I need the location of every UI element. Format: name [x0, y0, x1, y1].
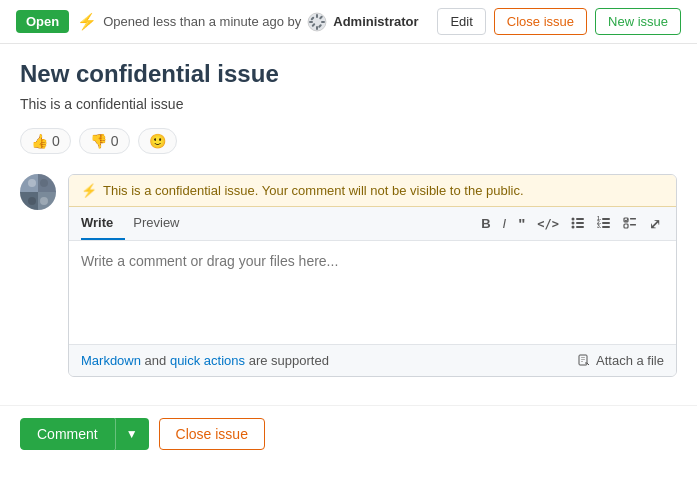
svg-rect-2: [316, 26, 318, 30]
ordered-list-icon[interactable]: 1. 2. 3.: [594, 213, 614, 234]
thumbs-down-count: 0: [111, 133, 119, 149]
italic-icon[interactable]: I: [500, 214, 510, 233]
svg-rect-32: [630, 224, 636, 226]
svg-rect-36: [581, 361, 583, 362]
comment-button[interactable]: Comment: [20, 418, 115, 450]
action-bar: Comment ▼ Close issue: [0, 405, 697, 462]
header-bar: Open ⚡ Opened less than a minute ago by: [0, 0, 697, 44]
user-avatar: [20, 174, 56, 210]
comment-section: ⚡ This is a confidential issue. Your com…: [20, 174, 677, 377]
confidential-text: This is a confidential issue. Your comme…: [103, 183, 524, 198]
svg-rect-31: [624, 224, 628, 228]
svg-point-13: [28, 179, 36, 187]
status-badge: Open: [16, 10, 69, 33]
thumbs-up-reaction[interactable]: 👍 0: [20, 128, 71, 154]
editor-footer: Markdown and quick actions are supported…: [69, 344, 676, 376]
attach-file-label: Attach a file: [596, 353, 664, 368]
main-content: New confidential issue This is a confide…: [0, 44, 697, 393]
warning-icon: ⚡: [81, 183, 97, 198]
svg-point-16: [40, 197, 48, 205]
svg-rect-28: [602, 226, 610, 228]
markdown-hint-suffix: and: [145, 353, 170, 368]
svg-text:3.: 3.: [597, 223, 602, 229]
svg-rect-22: [576, 226, 584, 228]
toolbar-icons: B I " </>: [478, 213, 664, 234]
svg-point-19: [572, 222, 575, 225]
quick-actions-link[interactable]: quick actions: [170, 353, 245, 368]
thumbs-down-emoji: 👎: [90, 133, 107, 149]
dropdown-arrow-icon: ▼: [126, 427, 138, 441]
header-meta: ⚡ Opened less than a minute ago by Admin…: [77, 12, 429, 32]
task-list-icon[interactable]: [620, 213, 640, 234]
quote-icon[interactable]: ": [515, 213, 528, 234]
thumbs-up-emoji: 👍: [31, 133, 48, 149]
reactions-bar: 👍 0 👎 0 🙂: [20, 128, 677, 154]
thumbs-up-count: 0: [52, 133, 60, 149]
attach-icon: [577, 354, 591, 368]
svg-point-15: [28, 197, 36, 205]
svg-rect-4: [321, 21, 325, 23]
code-icon[interactable]: </>: [534, 215, 562, 233]
svg-rect-35: [581, 359, 585, 360]
close-issue-bottom-button[interactable]: Close issue: [159, 418, 265, 450]
comment-textarea[interactable]: [69, 241, 676, 341]
edit-button[interactable]: Edit: [437, 8, 485, 35]
svg-point-14: [40, 179, 48, 187]
svg-rect-3: [309, 21, 313, 23]
tab-preview[interactable]: Preview: [133, 207, 191, 240]
supported-text: are supported: [249, 353, 329, 368]
new-issue-button[interactable]: New issue: [595, 8, 681, 35]
comment-editor: ⚡ This is a confidential issue. Your com…: [68, 174, 677, 377]
header-actions: Edit Close issue New issue: [437, 8, 681, 35]
svg-rect-30: [630, 218, 636, 220]
meta-text: Opened less than a minute ago by: [103, 14, 301, 29]
avatar-svg: [20, 174, 56, 210]
svg-point-21: [572, 226, 575, 229]
issue-description: This is a confidential issue: [20, 96, 677, 112]
svg-rect-18: [576, 218, 584, 220]
svg-rect-26: [602, 222, 610, 224]
svg-rect-24: [602, 218, 610, 220]
attach-file-button[interactable]: Attach a file: [577, 353, 664, 368]
bold-icon[interactable]: B: [478, 214, 493, 233]
thumbs-down-reaction[interactable]: 👎 0: [79, 128, 130, 154]
admin-avatar: [307, 12, 327, 32]
markdown-link[interactable]: Markdown: [81, 353, 141, 368]
svg-point-17: [572, 218, 575, 221]
author-name: Administrator: [333, 14, 418, 29]
svg-rect-20: [576, 222, 584, 224]
svg-rect-1: [316, 14, 318, 18]
confidential-icon: ⚡: [77, 12, 97, 31]
confidential-notice: ⚡ This is a confidential issue. Your com…: [69, 175, 676, 207]
close-issue-header-button[interactable]: Close issue: [494, 8, 587, 35]
smiley-icon: 🙂: [149, 133, 166, 149]
fullscreen-icon[interactable]: ⤢: [646, 214, 664, 234]
markdown-hint: Markdown and quick actions are supported: [81, 353, 329, 368]
comment-button-group: Comment ▼: [20, 418, 149, 450]
svg-rect-34: [581, 357, 585, 358]
unordered-list-icon[interactable]: [568, 213, 588, 234]
admin-icon-svg: [307, 12, 327, 32]
issue-title: New confidential issue: [20, 60, 677, 88]
comment-dropdown-button[interactable]: ▼: [115, 418, 149, 450]
add-reaction-button[interactable]: 🙂: [138, 128, 177, 154]
editor-tabs: Write Preview B I " </>: [69, 207, 676, 241]
tab-write[interactable]: Write: [81, 207, 125, 240]
